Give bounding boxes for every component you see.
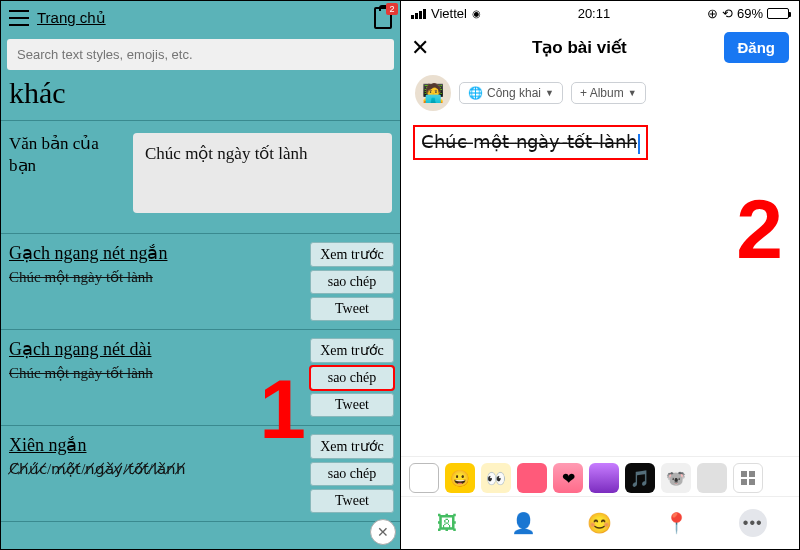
close-button[interactable]: ✕ [411, 35, 435, 61]
chevron-down-icon: ▼ [545, 88, 554, 98]
style-name[interactable]: Gạch ngang nét dài [9, 338, 304, 360]
section-heading: khác [1, 74, 400, 121]
svg-rect-0 [741, 471, 747, 477]
globe-icon: 🌐 [468, 86, 483, 100]
notification-badge: 2 [386, 3, 398, 15]
tweet-button[interactable]: Tweet [310, 393, 394, 417]
audience-chip[interactable]: 🌐 Công khai ▼ [459, 82, 563, 104]
style-sample: C̸h̸ú̸c̸/m̸ộ̸t̸/n̸g̸à̸y̸/t̸ố̸t̸/l̸à̸n̸h̸ [9, 460, 304, 478]
close-ad-button[interactable]: ✕ [370, 519, 396, 545]
style-row: Gạch ngang nét ngắnChúc một ngày tốt làn… [1, 234, 400, 330]
wifi-icon: ◉ [472, 8, 481, 19]
left-header: Trang chủ 2 [1, 1, 400, 35]
bg-more-button[interactable] [733, 463, 763, 493]
album-chip[interactable]: + Album ▼ [571, 82, 646, 104]
input-label: Văn bản của bạn [9, 133, 119, 213]
bg-purple[interactable] [589, 463, 619, 493]
battery-icon [767, 8, 789, 19]
composer-toolbar: 🖼👤😊📍••• [401, 496, 799, 549]
bg-pink[interactable] [517, 463, 547, 493]
user-text-area: Văn bản của bạn Chúc một ngày tốt lành [1, 121, 400, 234]
left-app-panel: Trang chủ 2 khác Văn bản của bạn Chúc mộ… [1, 1, 401, 549]
text-cursor [638, 134, 640, 154]
sao-chép-button[interactable]: sao chép [310, 366, 394, 390]
svg-rect-1 [749, 471, 755, 477]
text-input[interactable]: Chúc một ngày tốt lành [133, 133, 392, 213]
bg-eyes[interactable]: 👀 [481, 463, 511, 493]
composer-header: ✕ Tạo bài viết Đăng [401, 24, 799, 75]
battery-pct: 69% [737, 6, 763, 21]
composer-meta: 🧑‍💻 🌐 Công khai ▼ + Album ▼ [401, 75, 799, 111]
sao-chép-button[interactable]: sao chép [310, 462, 394, 486]
tweet-button[interactable]: Tweet [310, 297, 394, 321]
post-text-highlight: C̶h̶ú̶c̶ ̶m̶ộ̶t̶ ̶n̶g̶à̶y̶ ̶t̶ố̶t̶ ̶l̶à̶… [413, 125, 648, 160]
photo-icon[interactable]: 🖼 [433, 511, 461, 535]
search-input[interactable] [7, 39, 394, 70]
style-row: Gạch ngang nét dàiChúc một ngày tốt lành… [1, 330, 400, 426]
status-time: 20:11 [578, 6, 611, 21]
chevron-down-icon: ▼ [628, 88, 637, 98]
style-row: Xiên ngắnC̸h̸ú̸c̸/m̸ộ̸t̸/n̸g̸à̸y̸/t̸ố̸t̸… [1, 426, 400, 522]
tweet-button[interactable]: Tweet [310, 489, 394, 513]
avatar[interactable]: 🧑‍💻 [415, 75, 451, 111]
xem-trước-button[interactable]: Xem trước [310, 434, 394, 459]
sao-chép-button[interactable]: sao chép [310, 270, 394, 294]
bg-none[interactable] [409, 463, 439, 493]
step-number-2: 2 [736, 181, 783, 278]
alarm-icon: ⊕ [707, 6, 718, 21]
tag-person-icon[interactable]: 👤 [510, 511, 538, 535]
post-button[interactable]: Đăng [724, 32, 790, 63]
style-name[interactable]: Gạch ngang nét ngắn [9, 242, 304, 264]
xem-trước-button[interactable]: Xem trước [310, 242, 394, 267]
bg-gray[interactable] [697, 463, 727, 493]
feeling-icon[interactable]: 😊 [586, 511, 614, 535]
location-icon[interactable]: 📍 [662, 511, 690, 535]
carrier-label: Viettel [431, 6, 467, 21]
orientation-lock-icon: ⟲ [722, 6, 733, 21]
status-bar: Viettel ◉ 20:11 ⊕ ⟲ 69% [401, 1, 799, 24]
background-strip: 😀👀❤🎵🐨 [401, 456, 799, 499]
composer-title: Tạo bài viết [532, 37, 627, 58]
home-link[interactable]: Trang chủ [37, 9, 106, 27]
style-sample: Chúc một ngày tốt lành [9, 268, 304, 286]
svg-rect-2 [741, 479, 747, 485]
bg-yellow-smile[interactable]: 😀 [445, 463, 475, 493]
svg-rect-3 [749, 479, 755, 485]
xem-trước-button[interactable]: Xem trước [310, 338, 394, 363]
post-text-input[interactable]: C̶h̶ú̶c̶ ̶m̶ộ̶t̶ ̶n̶g̶à̶y̶ ̶t̶ố̶t̶ ̶l̶à̶… [421, 132, 637, 152]
bg-heart[interactable]: ❤ [553, 463, 583, 493]
clipboard-button[interactable]: 2 [374, 7, 392, 29]
bg-koala[interactable]: 🐨 [661, 463, 691, 493]
more-button[interactable]: ••• [739, 509, 767, 537]
menu-icon[interactable] [9, 10, 29, 26]
signal-icon [411, 9, 426, 19]
step-number-1: 1 [259, 361, 306, 458]
bg-black-music[interactable]: 🎵 [625, 463, 655, 493]
right-app-panel: Viettel ◉ 20:11 ⊕ ⟲ 69% ✕ Tạo bài viết Đ… [401, 1, 799, 549]
